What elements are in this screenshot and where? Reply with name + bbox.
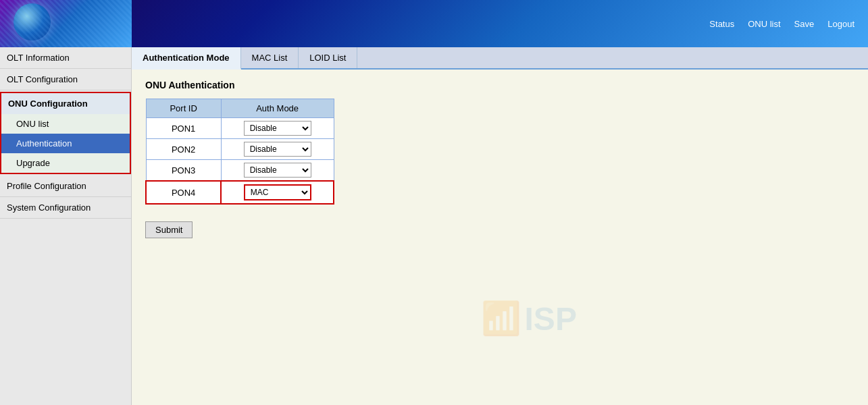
header-navigation: Status ONU list Save Logout	[709, 19, 854, 29]
header: Status ONU list Save Logout	[0, 0, 868, 47]
sidebar-item-upgrade[interactable]: Upgrade	[1, 153, 130, 173]
sidebar-group-onu-configuration: ONU Configuration ONU list Authenticatio…	[0, 92, 131, 174]
submit-button[interactable]: Submit	[145, 221, 193, 238]
tab-loid-list[interactable]: LOID List	[299, 47, 357, 68]
auth-mode-cell: DisableMACLOIDMAC+LOID	[221, 118, 334, 139]
save-link[interactable]: Save	[794, 19, 815, 29]
sidebar-item-authentication[interactable]: Authentication	[1, 134, 130, 153]
port-id-cell: PON2	[146, 139, 221, 160]
section-title: ONU Authentication	[145, 80, 854, 90]
col-port-id: Port ID	[146, 99, 221, 118]
port-id-cell: PON4	[146, 181, 221, 204]
table-row: PON1DisableMACLOIDMAC+LOID	[146, 118, 334, 139]
col-auth-mode: Auth Mode	[221, 99, 334, 118]
main-layout: OLT Information OLT Configuration ONU Co…	[0, 47, 868, 405]
port-id-cell: PON1	[146, 118, 221, 139]
sidebar-item-olt-configuration[interactable]: OLT Configuration	[0, 69, 131, 90]
tabs-bar: Authentication Mode MAC List LOID List	[132, 47, 868, 70]
sidebar-item-profile-configuration[interactable]: Profile Configuration	[0, 176, 131, 197]
sidebar: OLT Information OLT Configuration ONU Co…	[0, 47, 132, 405]
status-link[interactable]: Status	[709, 19, 734, 29]
main-content: Authentication Mode MAC List LOID List O…	[132, 47, 868, 405]
logout-link[interactable]: Logout	[827, 19, 854, 29]
auth-mode-cell: DisableMACLOIDMAC+LOID	[221, 160, 334, 182]
table-row: PON3DisableMACLOIDMAC+LOID	[146, 160, 334, 182]
sidebar-group-header-onu[interactable]: ONU Configuration	[1, 93, 130, 114]
auth-mode-cell: DisableMACLOIDMAC+LOID	[221, 181, 334, 204]
auth-mode-select-pon1[interactable]: DisableMACLOIDMAC+LOID	[244, 121, 311, 136]
sidebar-item-olt-information[interactable]: OLT Information	[0, 47, 131, 69]
tab-auth-mode[interactable]: Authentication Mode	[132, 47, 241, 70]
auth-table: Port ID Auth Mode PON1DisableMACLOIDMAC+…	[145, 99, 334, 205]
port-id-cell: PON3	[146, 160, 221, 182]
auth-mode-select-pon3[interactable]: DisableMACLOIDMAC+LOID	[244, 163, 311, 178]
table-row: PON2DisableMACLOIDMAC+LOID	[146, 139, 334, 160]
sidebar-item-onu-list[interactable]: ONU list	[1, 114, 130, 134]
watermark: 📶 ISP	[481, 300, 577, 338]
auth-mode-cell: DisableMACLOIDMAC+LOID	[221, 139, 334, 160]
watermark-text: ISP	[525, 300, 577, 338]
auth-mode-select-pon2[interactable]: DisableMACLOIDMAC+LOID	[244, 142, 311, 157]
header-logo	[0, 0, 132, 47]
sidebar-item-system-configuration[interactable]: System Configuration	[0, 197, 131, 219]
onu-list-link[interactable]: ONU list	[748, 19, 780, 29]
table-row: PON4DisableMACLOIDMAC+LOID	[146, 181, 334, 204]
content-area: ONU Authentication Port ID Auth Mode PON…	[132, 70, 868, 248]
auth-mode-select-pon4[interactable]: DisableMACLOIDMAC+LOID	[244, 184, 311, 200]
tab-mac-list[interactable]: MAC List	[241, 47, 299, 68]
watermark-wifi-icon: 📶	[481, 300, 521, 338]
